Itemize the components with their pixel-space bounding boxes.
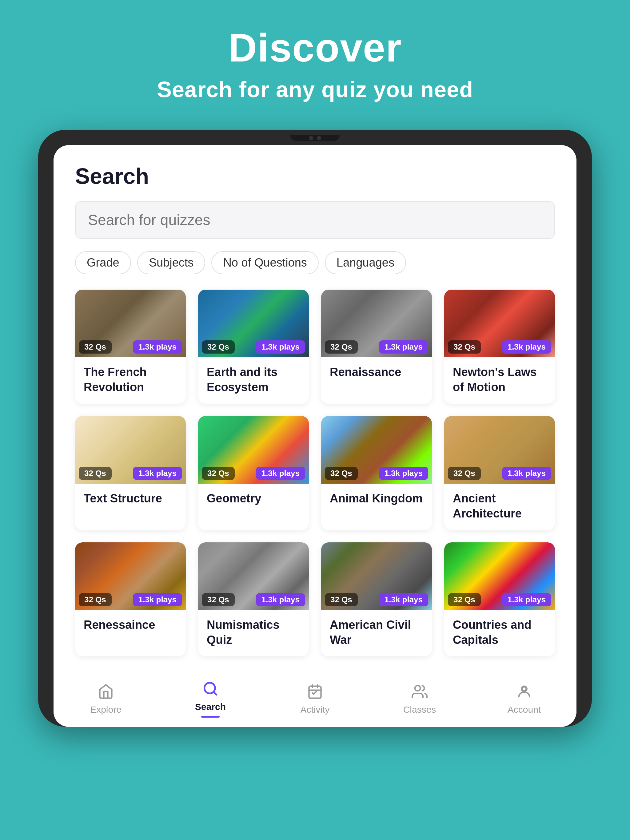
quiz-card-info: Ancient Architecture xyxy=(444,484,555,530)
quiz-card-info: Renaissance xyxy=(321,357,432,388)
quiz-badges: 32 Qs 1.3k plays xyxy=(448,593,551,606)
quiz-card-image: 32 Qs 1.3k plays xyxy=(444,290,555,357)
device-frame: Search Grade Subjects No of Questions La… xyxy=(38,130,592,727)
quiz-card-title: American Civil War xyxy=(330,617,423,648)
notch-sensor xyxy=(317,136,321,140)
svg-line-1 xyxy=(214,692,216,695)
nav-item-search[interactable]: Search xyxy=(180,681,241,718)
quiz-card-title: Ancient Architecture xyxy=(453,491,546,521)
quiz-badge-plays: 1.3k plays xyxy=(502,340,551,354)
svg-point-8 xyxy=(522,687,526,691)
quiz-badge-qs: 32 Qs xyxy=(202,340,235,354)
filter-subjects[interactable]: Subjects xyxy=(137,251,206,274)
classes-icon xyxy=(412,684,427,702)
quiz-card[interactable]: 32 Qs 1.3k plays American Civil War xyxy=(321,542,432,657)
quiz-badge-qs: 32 Qs xyxy=(448,467,481,480)
quiz-badges: 32 Qs 1.3k plays xyxy=(325,340,428,354)
quiz-card-title: Animal Kingdom xyxy=(330,491,423,506)
quiz-badges: 32 Qs 1.3k plays xyxy=(448,340,551,354)
quiz-card-image: 32 Qs 1.3k plays xyxy=(75,290,186,357)
home-icon xyxy=(98,684,114,702)
quiz-badge-plays: 1.3k plays xyxy=(502,467,551,480)
quiz-badges: 32 Qs 1.3k plays xyxy=(325,467,428,480)
quiz-card[interactable]: 32 Qs 1.3k plays Text Structure xyxy=(75,416,186,530)
quiz-card[interactable]: 32 Qs 1.3k plays Geometry xyxy=(198,416,309,530)
quiz-card-info: Text Structure xyxy=(75,484,186,515)
quiz-badge-plays: 1.3k plays xyxy=(379,593,428,606)
quiz-card[interactable]: 32 Qs 1.3k plays Numismatics Quiz xyxy=(198,542,309,657)
quiz-badge-plays: 1.3k plays xyxy=(133,340,182,354)
quiz-card-info: Newton's Laws of Motion xyxy=(444,357,555,404)
page-hero-subtitle: Search for any quiz you need xyxy=(157,77,473,102)
quiz-badges: 32 Qs 1.3k plays xyxy=(79,593,182,606)
quiz-badge-qs: 32 Qs xyxy=(202,467,235,480)
activity-icon xyxy=(307,684,323,702)
quiz-card-info: The French Revolution xyxy=(75,357,186,404)
search-input[interactable] xyxy=(75,201,555,239)
quiz-badge-qs: 32 Qs xyxy=(325,593,358,606)
nav-active-indicator xyxy=(201,716,220,718)
quiz-card[interactable]: 32 Qs 1.3k plays Newton's Laws of Motion xyxy=(444,290,555,404)
filter-no-of-questions[interactable]: No of Questions xyxy=(211,251,318,274)
header-section: Discover Search for any quiz you need xyxy=(0,0,630,120)
page-title: Search xyxy=(75,164,555,189)
quiz-card-title: Geometry xyxy=(207,491,300,506)
quiz-card[interactable]: 32 Qs 1.3k plays Renessaince xyxy=(75,542,186,657)
quiz-card[interactable]: 32 Qs 1.3k plays Earth and its Ecosystem xyxy=(198,290,309,404)
quiz-grid: 32 Qs 1.3k plays The French Revolution 3… xyxy=(75,290,555,656)
page-hero-title: Discover xyxy=(228,25,402,71)
account-icon xyxy=(516,684,532,702)
quiz-card-image: 32 Qs 1.3k plays xyxy=(444,416,555,484)
notch-camera xyxy=(309,136,313,140)
nav-item-classes[interactable]: Classes xyxy=(389,684,450,715)
quiz-badge-qs: 32 Qs xyxy=(79,340,112,354)
quiz-card[interactable]: 32 Qs 1.3k plays Countries and Capitals xyxy=(444,542,555,657)
filter-grade[interactable]: Grade xyxy=(75,251,131,274)
quiz-card-title: Renaissance xyxy=(330,365,423,380)
search-icon xyxy=(203,681,218,699)
device-notch xyxy=(290,135,340,141)
quiz-badges: 32 Qs 1.3k plays xyxy=(202,593,305,606)
quiz-badge-plays: 1.3k plays xyxy=(256,467,305,480)
bottom-nav: Explore Search xyxy=(54,677,576,727)
nav-item-activity[interactable]: Activity xyxy=(284,684,346,715)
quiz-badge-plays: 1.3k plays xyxy=(133,467,182,480)
quiz-card-title: Newton's Laws of Motion xyxy=(453,365,546,395)
quiz-card-info: Earth and its Ecosystem xyxy=(198,357,309,404)
screen: Search Grade Subjects No of Questions La… xyxy=(54,145,576,727)
quiz-card-image: 32 Qs 1.3k plays xyxy=(75,542,186,610)
quiz-badges: 32 Qs 1.3k plays xyxy=(325,593,428,606)
quiz-badge-plays: 1.3k plays xyxy=(502,593,551,606)
quiz-badge-qs: 32 Qs xyxy=(79,467,112,480)
quiz-badge-plays: 1.3k plays xyxy=(379,340,428,354)
quiz-card-title: Text Structure xyxy=(84,491,177,506)
nav-label-explore: Explore xyxy=(90,704,122,715)
nav-item-account[interactable]: Account xyxy=(494,684,555,715)
quiz-card-image: 32 Qs 1.3k plays xyxy=(321,416,432,484)
quiz-badge-plays: 1.3k plays xyxy=(379,467,428,480)
quiz-card-title: Countries and Capitals xyxy=(453,617,546,648)
quiz-card-info: Animal Kingdom xyxy=(321,484,432,515)
quiz-card[interactable]: 32 Qs 1.3k plays The French Revolution xyxy=(75,290,186,404)
quiz-badges: 32 Qs 1.3k plays xyxy=(448,467,551,480)
filter-languages[interactable]: Languages xyxy=(325,251,406,274)
quiz-badge-qs: 32 Qs xyxy=(448,340,481,354)
quiz-badge-qs: 32 Qs xyxy=(325,340,358,354)
quiz-badges: 32 Qs 1.3k plays xyxy=(202,340,305,354)
quiz-card-image: 32 Qs 1.3k plays xyxy=(321,290,432,357)
quiz-card[interactable]: 32 Qs 1.3k plays Animal Kingdom xyxy=(321,416,432,530)
quiz-card-image: 32 Qs 1.3k plays xyxy=(75,416,186,484)
quiz-card-title: Earth and its Ecosystem xyxy=(207,365,300,395)
quiz-badge-plays: 1.3k plays xyxy=(256,593,305,606)
quiz-badges: 32 Qs 1.3k plays xyxy=(79,467,182,480)
quiz-card-title: Numismatics Quiz xyxy=(207,617,300,648)
nav-item-explore[interactable]: Explore xyxy=(75,684,136,715)
quiz-card-info: Geometry xyxy=(198,484,309,515)
quiz-badge-plays: 1.3k plays xyxy=(133,593,182,606)
quiz-card[interactable]: 32 Qs 1.3k plays Renaissance xyxy=(321,290,432,404)
quiz-card[interactable]: 32 Qs 1.3k plays Ancient Architecture xyxy=(444,416,555,530)
quiz-badges: 32 Qs 1.3k plays xyxy=(202,467,305,480)
quiz-card-info: Numismatics Quiz xyxy=(198,610,309,657)
quiz-badges: 32 Qs 1.3k plays xyxy=(79,340,182,354)
quiz-card-info: American Civil War xyxy=(321,610,432,657)
